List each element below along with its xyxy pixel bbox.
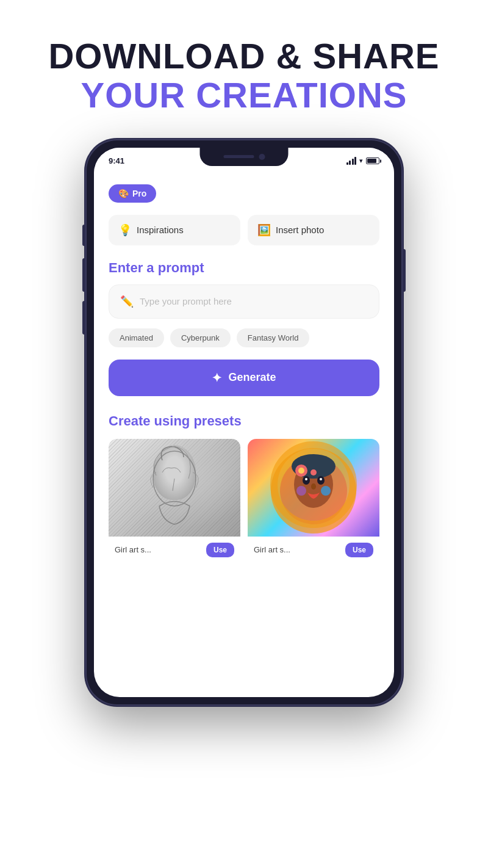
style-tag-cyberpunk[interactable]: Cyberpunk — [170, 328, 231, 347]
phone-frame: 9:41 ▾ — [85, 139, 403, 706]
prompt-label-prefix: Enter a — [109, 260, 158, 275]
battery-icon — [366, 157, 379, 164]
style-tag-animated[interactable]: Animated — [109, 328, 164, 347]
volume-up-button — [82, 258, 85, 292]
svg-point-15 — [298, 468, 304, 474]
inspirations-icon: 💡 — [118, 223, 132, 237]
generate-label: Generate — [228, 371, 276, 384]
signal-icon — [346, 157, 357, 165]
status-icons: ▾ — [346, 157, 380, 165]
volume-down-button — [82, 301, 85, 335]
svg-point-10 — [311, 483, 316, 490]
svg-point-11 — [296, 486, 306, 496]
svg-point-9 — [320, 478, 322, 480]
svg-line-1 — [173, 479, 174, 491]
preset-name-colorful: Girl art s... — [254, 545, 290, 554]
insert-photo-label: Insert photo — [276, 225, 324, 235]
header-section: DOWNLOAD & SHARE YOUR CREATIONS — [48, 37, 439, 115]
presets-label-highlight: presets — [193, 413, 241, 429]
notch-speaker — [223, 155, 254, 158]
pro-badge[interactable]: 🎨 Pro — [109, 184, 156, 203]
notch — [200, 148, 289, 166]
prompt-input-container[interactable]: ✏️ Type your prompt here — [109, 284, 379, 319]
preset-name-sketch: Girl art s... — [115, 545, 151, 554]
svg-point-13 — [310, 469, 317, 476]
header-line2: YOUR CREATIONS — [48, 76, 439, 115]
edit-icon: ✏️ — [120, 295, 134, 308]
style-tags: Animated Cyberpunk Fantasy World — [109, 328, 379, 347]
presets-label-prefix: Create using — [109, 413, 193, 429]
prompt-label-highlight: prompt — [158, 260, 204, 275]
screen-content: 🎨 Pro 💡 Inspirations 🖼️ Insert photo — [94, 175, 394, 582]
pro-badge-icon: 🎨 — [118, 189, 129, 198]
status-bar: 9:41 ▾ — [94, 148, 394, 175]
sketch-svg — [109, 439, 240, 537]
preset-use-button-colorful[interactable]: Use — [345, 543, 373, 557]
pro-badge-label: Pro — [132, 189, 146, 198]
insert-photo-icon: 🖼️ — [257, 223, 271, 237]
preset-card-colorful[interactable]: Girl art s... Use — [248, 439, 379, 563]
wifi-icon: ▾ — [359, 157, 363, 165]
preset-card-sketch[interactable]: Girl art s... Use — [109, 439, 240, 563]
style-tag-fantasy[interactable]: Fantasy World — [237, 328, 310, 347]
phone-screen: 9:41 ▾ — [94, 148, 394, 697]
generate-button[interactable]: ✦ Generate — [109, 360, 379, 396]
action-buttons-row: 💡 Inspirations 🖼️ Insert photo — [109, 215, 379, 245]
sparkle-icon: ✦ — [212, 371, 222, 385]
preset-use-button-sketch[interactable]: Use — [206, 543, 234, 557]
status-time: 9:41 — [109, 156, 124, 165]
notch-camera — [259, 154, 265, 160]
inspirations-label: Inspirations — [137, 225, 184, 235]
preset-image-colorful — [248, 439, 379, 537]
preset-footer-colorful: Girl art s... Use — [248, 537, 379, 563]
preset-footer-sketch: Girl art s... Use — [109, 537, 240, 563]
colorful-svg — [248, 439, 379, 537]
presets-grid: Girl art s... Use — [109, 439, 379, 563]
header-line1: DOWNLOAD & SHARE — [48, 37, 439, 76]
presets-label: Create using presets — [109, 413, 379, 429]
insert-photo-button[interactable]: 🖼️ Insert photo — [248, 215, 379, 245]
phone-wrapper: 9:41 ▾ — [85, 139, 403, 737]
svg-point-12 — [321, 486, 331, 496]
preset-image-sketch — [109, 439, 240, 537]
prompt-label: Enter a prompt — [109, 260, 379, 276]
prompt-placeholder: Type your prompt here — [140, 296, 232, 306]
svg-point-8 — [305, 478, 307, 480]
inspirations-button[interactable]: 💡 Inspirations — [109, 215, 240, 245]
